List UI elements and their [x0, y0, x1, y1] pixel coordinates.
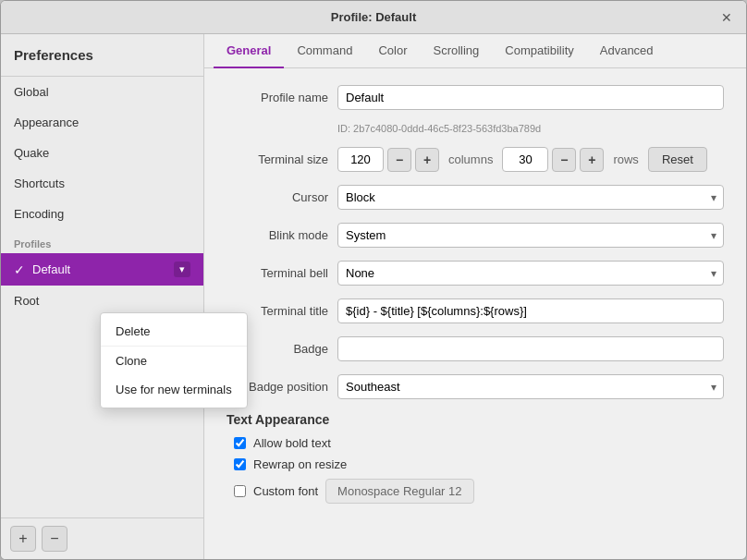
columns-spinner: − +: [337, 147, 439, 172]
rows-increment-button[interactable]: +: [580, 148, 604, 172]
reset-button[interactable]: Reset: [648, 147, 707, 172]
cursor-row: Cursor Block IBeam Underline ▾: [227, 185, 724, 210]
profiles-section-label: Profiles: [1, 229, 203, 253]
text-appearance-section-title: Text Appearance: [227, 412, 724, 427]
profile-dropdown-button[interactable]: ▾: [174, 262, 190, 277]
profile-name-label: Profile name: [227, 91, 328, 104]
custom-font-label: Custom font: [253, 484, 318, 498]
cursor-label: Cursor: [227, 190, 328, 204]
cursor-select[interactable]: Block IBeam Underline: [337, 185, 724, 210]
font-display: Monospace Regular 12: [325, 479, 473, 504]
main-window: Profile: Default ✕ Preferences Global Ap…: [0, 0, 747, 560]
badge-input[interactable]: [337, 336, 724, 361]
rewrap-label: Rewrap on resize: [253, 457, 347, 471]
profile-id-hint: ID: 2b7c4080-0ddd-46c5-8f23-563fd3ba789d: [337, 123, 724, 134]
terminal-size-row: Terminal size − + columns − + rows Reset: [227, 147, 724, 172]
remove-profile-button[interactable]: −: [42, 526, 67, 552]
terminal-size-label: Terminal size: [227, 152, 328, 166]
tab-compatibility[interactable]: Compatibility: [492, 34, 586, 68]
badge-row: Badge: [227, 336, 724, 361]
tab-bar: General Command Color Scrolling Compatib…: [204, 34, 746, 68]
add-profile-button[interactable]: +: [10, 526, 36, 552]
sidebar-header: Preferences: [1, 34, 203, 77]
rows-input[interactable]: [502, 147, 548, 172]
rows-label: rows: [613, 152, 638, 166]
sidebar-item-appearance[interactable]: Appearance: [1, 107, 203, 138]
badge-position-row: Badge position Southeast Northeast South…: [227, 374, 724, 399]
sidebar-item-shortcuts[interactable]: Shortcuts: [1, 168, 203, 199]
terminal-bell-row: Terminal bell None Sound Visual ▾: [227, 261, 724, 286]
sidebar-bottom: + −: [1, 517, 203, 559]
sidebar: Preferences Global Appearance Quake Shor…: [1, 34, 204, 559]
content-area: General Command Color Scrolling Compatib…: [204, 34, 746, 559]
tab-general[interactable]: General: [214, 34, 284, 68]
blink-mode-row: Blink mode System On Off ▾: [227, 223, 724, 248]
terminal-bell-label: Terminal bell: [227, 266, 328, 280]
profile-name-input[interactable]: [337, 85, 724, 110]
profile-name-row: Profile name: [227, 85, 724, 110]
close-button[interactable]: ✕: [718, 9, 735, 26]
allow-bold-label: Allow bold text: [253, 436, 331, 450]
check-icon: ✓: [14, 262, 25, 277]
custom-font-row: Custom font Monospace Regular 12: [234, 479, 724, 504]
rows-decrement-button[interactable]: −: [552, 148, 576, 172]
rewrap-row: Rewrap on resize: [234, 457, 724, 471]
terminal-title-input[interactable]: [337, 298, 724, 323]
position-select-wrapper: Southeast Northeast Southwest Northwest …: [337, 374, 724, 399]
window-title: Profile: Default: [331, 10, 416, 24]
columns-decrement-button[interactable]: −: [387, 148, 411, 172]
rewrap-checkbox[interactable]: [234, 458, 246, 470]
blink-mode-label: Blink mode: [227, 228, 328, 242]
sidebar-item-encoding[interactable]: Encoding: [1, 199, 203, 229]
allow-bold-row: Allow bold text: [234, 436, 724, 450]
tab-color[interactable]: Color: [365, 34, 420, 68]
profile-dropdown-menu: Delete Clone Use for new terminals: [100, 312, 248, 408]
sidebar-item-quake[interactable]: Quake: [1, 138, 203, 168]
cursor-select-wrapper: Block IBeam Underline ▾: [337, 185, 724, 210]
position-select[interactable]: Southeast Northeast Southwest Northwest: [337, 374, 724, 399]
blink-select-wrapper: System On Off ▾: [337, 223, 724, 248]
columns-input[interactable]: [337, 147, 384, 172]
rows-spinner: − +: [502, 147, 604, 172]
dropdown-item-clone[interactable]: Clone: [101, 347, 247, 375]
dropdown-item-use-for-new[interactable]: Use for new terminals: [101, 375, 247, 404]
main-content: Preferences Global Appearance Quake Shor…: [1, 34, 746, 559]
sidebar-item-global[interactable]: Global: [1, 77, 203, 107]
blink-select[interactable]: System On Off: [337, 223, 724, 248]
custom-font-checkbox[interactable]: [234, 485, 246, 497]
columns-increment-button[interactable]: +: [415, 148, 439, 172]
dropdown-item-delete[interactable]: Delete: [101, 317, 247, 347]
form-area: Profile name ID: 2b7c4080-0ddd-46c5-8f23…: [204, 68, 746, 559]
bell-select-wrapper: None Sound Visual ▾: [337, 261, 724, 286]
tab-advanced[interactable]: Advanced: [587, 34, 667, 68]
allow-bold-checkbox[interactable]: [234, 437, 246, 449]
titlebar: Profile: Default ✕: [1, 1, 746, 34]
sidebar-item-default[interactable]: ✓ Default ▾: [1, 253, 203, 286]
tab-command[interactable]: Command: [284, 34, 365, 68]
terminal-title-row: Terminal title: [227, 298, 724, 323]
tab-scrolling[interactable]: Scrolling: [420, 34, 492, 68]
bell-select[interactable]: None Sound Visual: [337, 261, 724, 286]
columns-label: columns: [448, 152, 493, 166]
